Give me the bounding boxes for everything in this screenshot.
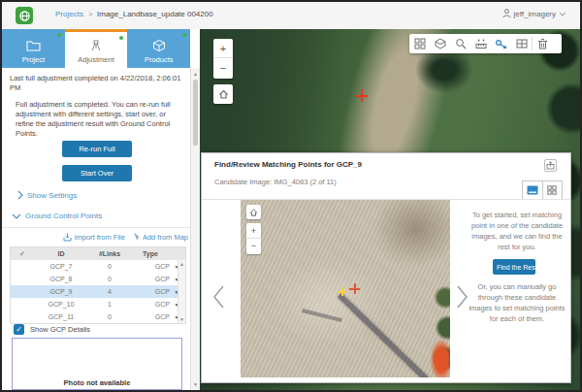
app-window: Projects > Image_Landbase_update 004200 … — [0, 0, 582, 392]
map-zoom-control: + − — [213, 39, 233, 79]
image-view-icon — [527, 185, 538, 195]
matching-instructions: To get started, set matching point in on… — [468, 210, 566, 324]
view-toggle-group — [522, 180, 563, 200]
cell-links: 0 — [88, 313, 131, 320]
scroll-up-icon[interactable]: ▲ — [191, 71, 200, 77]
show-gcp-details-row: ✓ Show GCP Details — [14, 324, 90, 335]
photo-light-patch — [270, 258, 386, 345]
user-menu[interactable]: jeff_imagery — [502, 9, 566, 18]
tab-label: Products — [145, 55, 174, 64]
gcp-marker[interactable] — [355, 89, 368, 102]
map-canvas[interactable]: + − Find/Review Matching Points for GCP_… — [200, 29, 580, 390]
start-over-button[interactable]: Start Over — [62, 165, 132, 181]
photo-zoom-in-button[interactable]: + — [246, 223, 261, 239]
esri-logo-icon — [16, 7, 33, 24]
match-point-marker-yellow[interactable] — [338, 287, 346, 296]
cell-links: 0 — [88, 276, 131, 282]
image-grid-icon — [516, 38, 528, 49]
cell-id: GCP_11 — [34, 313, 88, 320]
collapse-icon — [546, 161, 555, 170]
photo-zoom-control: + − — [246, 223, 261, 254]
cell-type: GCP — [131, 276, 170, 282]
zoom-in-button[interactable]: + — [213, 39, 233, 58]
tab-status-dot — [57, 33, 61, 37]
cell-id: GCP_8 — [34, 276, 88, 282]
cell-type: GCP — [131, 313, 170, 320]
show-settings-toggle[interactable]: Show Settings — [17, 190, 77, 200]
table-row[interactable]: GCP_110GCP▼ — [11, 310, 185, 323]
match-point-marker-red[interactable] — [349, 283, 360, 294]
top-bar: Projects > Image_Landbase_update 004200 … — [2, 2, 580, 29]
photo-home-button[interactable] — [246, 205, 261, 219]
delete-tool[interactable] — [533, 34, 553, 53]
cell-id: GCP_10 — [34, 301, 88, 308]
table-row[interactable]: GCP_101GCP▼ — [11, 298, 185, 310]
image-collection-tool[interactable] — [409, 34, 430, 53]
photo-not-available-text: Photo not available — [13, 378, 181, 387]
gcp-details-checkbox[interactable]: ✓ — [14, 324, 24, 335]
collapse-panel-button[interactable] — [544, 159, 557, 172]
single-view-toggle-active[interactable] — [523, 181, 542, 199]
compare-images-tool[interactable] — [511, 34, 532, 53]
add-from-map-link[interactable]: Add from Map — [133, 232, 188, 242]
instruction-start-text: To get started, set matching point in on… — [471, 211, 563, 251]
adjustment-panel: Project Adjustment Products Last full ad… — [2, 29, 200, 390]
home-icon — [249, 209, 258, 216]
edit-gcp-tool-active[interactable] — [491, 34, 511, 53]
gcp-link-icon — [495, 38, 507, 49]
gcp-table-header: ✓ ID #Links Type — [11, 247, 185, 260]
import-icon — [63, 233, 72, 242]
previous-image-button[interactable] — [211, 284, 225, 313]
tab-project[interactable]: Project — [2, 29, 65, 68]
map-toolbar — [409, 34, 562, 53]
header-id: ID — [34, 250, 88, 257]
table-row[interactable]: GCP_80GCP▼ — [11, 273, 185, 285]
table-row[interactable]: GCP_70GCP▼ — [11, 260, 185, 273]
home-button[interactable] — [213, 84, 233, 104]
gcp-section-toggle[interactable]: Ground Control Points — [12, 212, 102, 220]
table-row-selected[interactable]: GCP_94GCP▼ — [11, 285, 185, 298]
scrollbar-thumb[interactable] — [193, 80, 198, 146]
measure-tool[interactable] — [470, 34, 491, 53]
panel-scrollbar[interactable]: ▲ ▼ — [190, 68, 200, 390]
map-terrain-tree-blob — [415, 47, 473, 93]
trash-icon — [537, 38, 548, 49]
project-title: Image_Landbase_update 004200 — [97, 10, 213, 18]
zoom-out-button[interactable]: − — [213, 58, 233, 78]
cursor-icon — [133, 232, 141, 242]
find-the-rest-button[interactable]: Find the Rest — [493, 259, 535, 275]
home-icon — [218, 89, 229, 99]
tab-adjustment[interactable]: Adjustment — [65, 29, 128, 68]
grid-view-toggle[interactable] — [542, 181, 562, 199]
chevron-down-icon — [12, 213, 21, 219]
tab-label: Project — [22, 55, 45, 64]
candidate-image-label: Candidate Image: IMG_4083 (2 of 11) — [214, 178, 337, 186]
adjustment-status-text: Last full adjustment completed on 4/22/2… — [10, 74, 186, 93]
gcp-details-label: Show GCP Details — [30, 325, 90, 334]
scroll-down-icon[interactable]: ▼ — [178, 315, 185, 323]
breadcrumb-projects-link[interactable]: Projects — [55, 10, 83, 18]
table-scrollbar[interactable]: ▲ ▼ — [178, 260, 185, 323]
rerun-full-button[interactable]: Re-run Full — [62, 141, 132, 157]
user-icon — [502, 9, 511, 18]
section-divider — [2, 227, 190, 228]
search-tool[interactable] — [450, 34, 470, 53]
cube-icon — [152, 38, 166, 53]
gcp-actions: Import from File Add from Map — [10, 232, 188, 242]
adjustment-icon — [89, 38, 103, 53]
gcp-photo-placeholder: Photo not available — [12, 338, 182, 390]
folder-icon — [26, 38, 41, 53]
scroll-up-icon[interactable]: ▲ — [179, 261, 184, 267]
gcp-section-label: Ground Control Points — [25, 212, 102, 220]
import-from-file-link[interactable]: Import from File — [63, 232, 125, 242]
cell-id: GCP_7 — [34, 263, 88, 270]
cell-links: 4 — [88, 288, 131, 295]
basemap-tool[interactable] — [430, 34, 450, 53]
photo-orange-cone — [430, 339, 450, 377]
candidate-image-viewer[interactable]: + − — [241, 200, 450, 377]
tab-status-dot — [119, 36, 123, 40]
tab-status-dot — [182, 33, 186, 37]
photo-zoom-out-button[interactable]: − — [246, 239, 261, 253]
tab-products[interactable]: Products — [127, 29, 190, 68]
scroll-down-icon[interactable]: ▼ — [191, 381, 200, 387]
